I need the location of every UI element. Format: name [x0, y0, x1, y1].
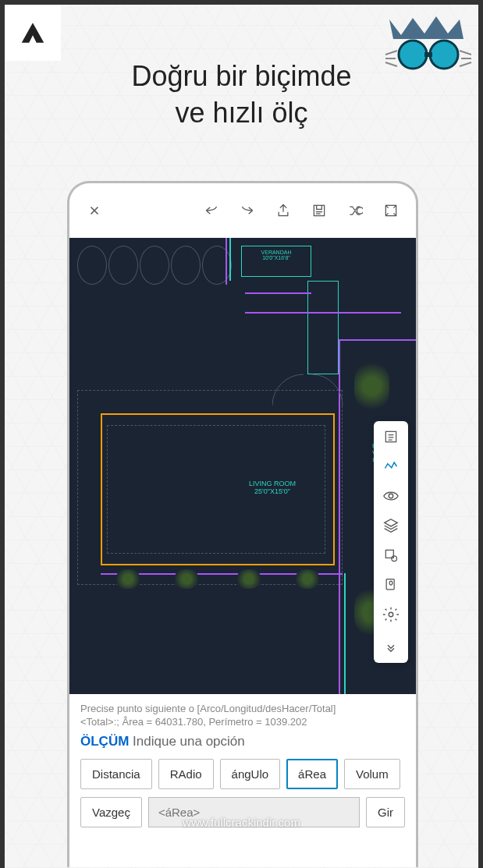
verandah-label: VERANDAH — [242, 250, 311, 255]
shuffle-icon[interactable] — [344, 200, 366, 221]
wall-segment — [245, 312, 401, 314]
command-prompt-line1: Precise punto siguiente o [Arco/Longitud… — [80, 702, 405, 716]
autodesk-logo — [5, 5, 61, 61]
wall-segment — [339, 339, 416, 341]
plant-shape — [237, 569, 261, 589]
command-input[interactable] — [148, 797, 360, 827]
chevron-down-icon[interactable] — [382, 638, 400, 657]
export-icon[interactable] — [272, 200, 294, 221]
settings-tool-icon[interactable] — [382, 605, 400, 624]
olcum-text: Indique una opción — [133, 734, 245, 749]
wall-segment — [339, 573, 340, 694]
visibility-tool-icon[interactable] — [382, 487, 400, 505]
svg-point-7 — [389, 494, 393, 498]
measure-prompt: ÖLÇÜM Indique una opción — [80, 734, 405, 749]
option-angulo[interactable]: ángUlo — [220, 759, 281, 789]
wall-segment — [307, 281, 339, 374]
wall-segment — [226, 238, 227, 285]
plant-shape — [175, 569, 198, 589]
drawing-canvas[interactable]: VERANDAH 10'0"X16'8" LIVING ROOM 25'0"X1… — [69, 238, 416, 694]
option-volumen[interactable]: Volum — [344, 759, 400, 789]
input-row: Vazgeç Gir — [80, 797, 405, 827]
svg-point-4 — [357, 207, 364, 214]
undo-icon[interactable] — [201, 200, 222, 221]
plant-shape — [116, 569, 140, 589]
living-room: LIVING ROOM 25'0"X15'0" — [249, 480, 296, 495]
ellipse-shapes — [77, 246, 232, 285]
toolbar-actions — [201, 200, 402, 221]
living-room-dim: 25'0"X15'0" — [249, 487, 296, 495]
wall-segment — [344, 573, 346, 694]
option-row: Distancia RAdio ángUlo áRea Volum — [80, 759, 405, 789]
list-tool-icon[interactable] — [382, 427, 400, 446]
headline-line2: ve hızlı ölç — [0, 95, 483, 132]
phone-mockup: VERANDAH 10'0"X16'8" LIVING ROOM 25'0"X1… — [67, 181, 418, 867]
command-area: Precise punto siguiente o [Arco/Longitud… — [69, 694, 416, 835]
close-icon[interactable] — [83, 200, 105, 221]
door-arc — [304, 367, 350, 413]
attach-tool-icon[interactable] — [382, 576, 400, 594]
layers-tool-icon[interactable] — [382, 516, 400, 535]
plant-shape — [354, 363, 389, 409]
fullscreen-icon[interactable] — [380, 200, 402, 221]
svg-point-11 — [389, 612, 393, 617]
option-area[interactable]: áRea — [286, 759, 338, 789]
option-radio[interactable]: RAdio — [158, 759, 214, 789]
plant-shape — [296, 569, 319, 589]
wall-segment — [245, 292, 311, 294]
headline-line1: Doğru bir biçimde — [0, 58, 483, 95]
tool-side-panel — [374, 421, 408, 663]
verandah-dim: 10'0"X16'8" — [242, 255, 311, 260]
command-prompt-line2: <Total>:; Ârea = 64031.780, Perímetro = … — [80, 716, 405, 728]
living-room-label: LIVING ROOM — [249, 480, 296, 487]
wall-segment — [229, 238, 231, 281]
headline: Doğru bir biçimde ve hızlı ölç — [0, 58, 483, 132]
selection-rectangle — [101, 413, 335, 565]
verandah-room: VERANDAH 10'0"X16'8" — [241, 246, 311, 277]
go-button[interactable]: Gir — [366, 797, 405, 827]
app-toolbar — [69, 183, 416, 238]
object-tool-icon[interactable] — [382, 546, 400, 565]
cancel-button[interactable]: Vazgeç — [80, 797, 142, 827]
option-distancia[interactable]: Distancia — [80, 759, 152, 789]
svg-point-9 — [392, 556, 397, 562]
svg-rect-2 — [424, 52, 432, 57]
olcum-label: ÖLÇÜM — [80, 734, 129, 749]
measure-tool-icon[interactable] — [382, 457, 400, 476]
save-icon[interactable] — [308, 200, 330, 221]
redo-icon[interactable] — [236, 200, 258, 221]
